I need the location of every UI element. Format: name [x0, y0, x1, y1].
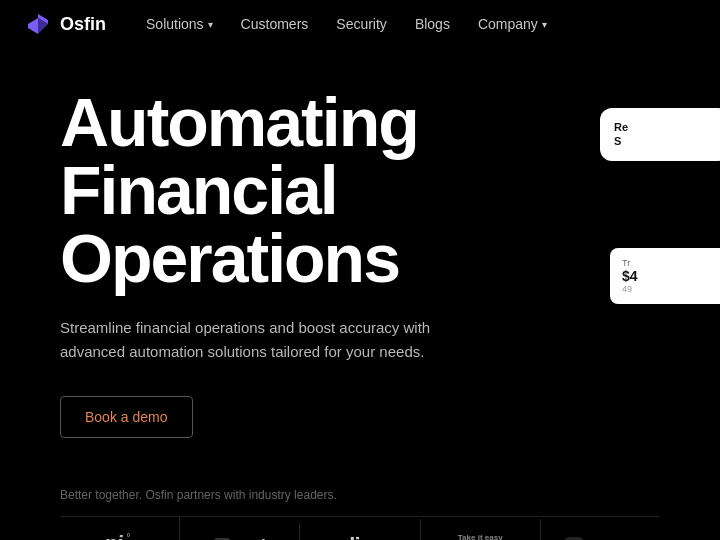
- nav-item-blogs[interactable]: Blogs: [415, 15, 450, 33]
- solutions-chevron-down-icon: ▾: [208, 19, 213, 30]
- partners-section: Better together. Osfin partners with ind…: [0, 468, 720, 540]
- logo[interactable]: Osfin: [24, 10, 106, 38]
- gamesk-icon: [565, 537, 583, 541]
- osfin-logo-icon: [24, 10, 52, 38]
- partner-gamesk: gam 24+: [541, 523, 660, 541]
- card-mini-amount: $4: [622, 268, 718, 284]
- nav-security-link[interactable]: Security: [336, 16, 387, 32]
- nav-links: Solutions ▾ Customers Security Blogs Com…: [146, 15, 547, 33]
- nav-solutions-label[interactable]: Solutions ▾: [146, 16, 213, 32]
- nav-item-solutions[interactable]: Solutions ▾: [146, 16, 213, 32]
- gamesk-logo-text: gam 24+: [565, 537, 635, 541]
- nav-customers-link[interactable]: Customers: [241, 16, 309, 32]
- book-demo-button[interactable]: Book a demo: [60, 396, 193, 438]
- hero-section: Automating Financial Operations Streamli…: [0, 48, 720, 468]
- partners-label: Better together. Osfin partners with ind…: [60, 488, 660, 502]
- hero-title: Automating Financial Operations: [60, 88, 660, 292]
- navbar: Osfin Solutions ▾ Customers Security Blo…: [0, 0, 720, 48]
- card-overlay-main: ReS: [600, 108, 720, 161]
- partner-pharmeasy: Take it easy PharmEasy: [421, 519, 541, 540]
- pharmeasy-tagline: Take it easy: [458, 533, 503, 540]
- logo-text: Osfin: [60, 14, 106, 35]
- nav-item-company[interactable]: Company ▾: [478, 16, 547, 32]
- ni-icon: ni °: [104, 531, 136, 540]
- card-mini: Tr $4 49: [610, 248, 720, 304]
- partner-navi: n navi: [180, 523, 300, 541]
- nav-item-customers[interactable]: Customers: [241, 15, 309, 33]
- svg-text:°: °: [126, 532, 130, 540]
- svg-rect-8: [565, 537, 583, 541]
- card-mini-label: Tr: [622, 258, 718, 268]
- partner-slice: slice: [300, 519, 420, 541]
- nav-blogs-link[interactable]: Blogs: [415, 16, 450, 32]
- company-chevron-down-icon: ▾: [542, 19, 547, 30]
- nav-item-security[interactable]: Security: [336, 15, 387, 33]
- partner-ni: ni °: [60, 517, 180, 540]
- card-overlay-title: ReS: [614, 120, 716, 149]
- ni-logo-text: ni °: [104, 531, 136, 540]
- nav-company-label[interactable]: Company ▾: [478, 16, 547, 32]
- svg-text:ni: ni: [104, 531, 123, 540]
- slice-logo-text: slice: [338, 533, 382, 541]
- partners-logos-container: ni ° n navi slice Take it easy: [60, 516, 660, 540]
- pharmeasy-wrap: Take it easy PharmEasy: [434, 533, 527, 540]
- card-mini-sub: 49: [622, 284, 718, 294]
- hero-subtitle: Streamline financial operations and boos…: [60, 316, 480, 364]
- navi-logo-text: n navi: [214, 537, 266, 541]
